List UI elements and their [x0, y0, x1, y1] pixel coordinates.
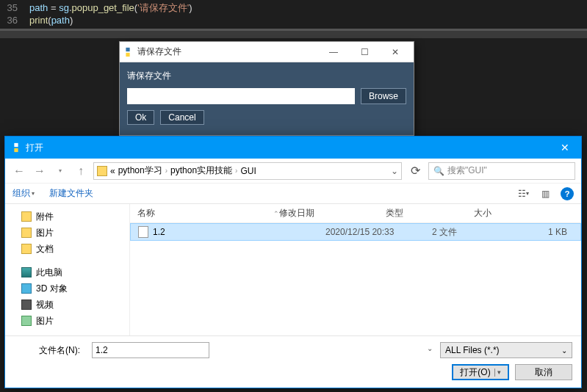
new-folder-button[interactable]: 新建文件夹: [49, 187, 93, 200]
close-button[interactable]: ✕: [380, 42, 411, 62]
refresh-button[interactable]: ⟳: [406, 162, 424, 180]
col-type[interactable]: 类型: [386, 207, 474, 219]
chevron-right-icon: ›: [235, 167, 237, 175]
tree-item-label: 此电脑: [36, 266, 62, 279]
tree-item[interactable]: 3D 对象: [8, 280, 126, 297]
nav-bar: ← → ▾ ↑ « python学习 › python实用技能 › GUI ⌄ …: [5, 159, 581, 184]
save-popup: 请保存文件 — ☐ ✕ 请保存文件 Browse Ok Cancel: [119, 41, 414, 136]
tree-item-label: 文档: [36, 243, 54, 255]
folder-icon: [21, 283, 32, 294]
toolbar: 组织▾ 新建文件夹 ☷ ▾ ▥ ?: [5, 184, 581, 204]
chevron-right-icon: ›: [165, 167, 168, 175]
table-row[interactable]: 1.22020/12/15 20:332 文件1 KB: [130, 223, 581, 241]
dialog-close-button[interactable]: ✕: [549, 137, 581, 159]
history-dropdown[interactable]: ▾: [52, 163, 68, 179]
organize-button[interactable]: 组织▾: [12, 187, 35, 200]
dialog-title: 打开: [26, 142, 549, 154]
folder-icon: [21, 244, 32, 254]
file-type-filter[interactable]: ALL Files (*.*)⌄: [440, 342, 572, 358]
bc-part[interactable]: python学习: [118, 164, 162, 177]
col-size[interactable]: 大小: [474, 207, 581, 219]
filename-label: 文件名(N):: [14, 344, 87, 357]
dialog-footer: 文件名(N): ⌄ ALL Files (*.*)⌄ 打开(O) │▾ 取消: [5, 335, 581, 388]
search-icon: 🔍: [433, 166, 444, 176]
open-button[interactable]: 打开(O) │▾: [452, 364, 509, 380]
tree-item[interactable]: 图片: [8, 225, 126, 241]
folder-tree[interactable]: 附件图片文档 此电脑3D 对象视频图片: [5, 204, 130, 335]
tree-item-label: 图片: [36, 315, 54, 327]
search-input[interactable]: 🔍 搜索"GUI": [428, 162, 575, 180]
tree-item-label: 图片: [36, 227, 54, 239]
back-button[interactable]: ←: [11, 163, 27, 179]
search-placeholder: 搜索"GUI": [447, 164, 487, 177]
folder-icon: [21, 300, 32, 310]
ok-button[interactable]: Ok: [127, 110, 154, 125]
tree-item[interactable]: 视频: [8, 297, 126, 313]
dialog-titlebar[interactable]: 打开 ✕: [5, 137, 581, 159]
popup-message: 请保存文件: [127, 70, 406, 82]
list-header[interactable]: 名称 ⌃ 修改日期 类型 大小: [130, 204, 581, 223]
breadcrumb-dropdown[interactable]: ⌄: [391, 166, 398, 176]
popup-title-text: 请保存文件: [137, 46, 318, 58]
breadcrumb[interactable]: « python学习 › python实用技能 › GUI ⌄: [93, 162, 402, 180]
folder-icon: [21, 267, 32, 277]
view-mode-button[interactable]: ☷ ▾: [514, 186, 533, 201]
filename-dropdown-icon[interactable]: ⌄: [427, 344, 433, 352]
filename-input[interactable]: [92, 342, 209, 358]
folder-icon: [97, 166, 107, 176]
bc-part[interactable]: python实用技能: [170, 164, 232, 177]
tree-item[interactable]: 文档: [8, 241, 126, 257]
file-open-dialog: 打开 ✕ ← → ▾ ↑ « python学习 › python实用技能 › G…: [4, 136, 582, 388]
file-list: 名称 ⌃ 修改日期 类型 大小 1.22020/12/15 20:332 文件1…: [130, 204, 581, 335]
forward-button[interactable]: →: [32, 163, 48, 179]
folder-icon: [21, 316, 32, 326]
tree-item[interactable]: 图片: [8, 313, 126, 329]
python-icon: [11, 142, 21, 153]
maximize-button[interactable]: ☐: [349, 42, 380, 62]
folder-icon: [21, 211, 32, 222]
minimize-button[interactable]: —: [318, 42, 349, 62]
tree-item-label: 视频: [36, 299, 54, 311]
file-icon: [138, 226, 148, 238]
tree-item[interactable]: 附件: [8, 208, 126, 225]
popup-path-input[interactable]: [127, 88, 355, 104]
bc-part[interactable]: GUI: [240, 166, 256, 176]
folder-icon: [21, 228, 32, 238]
help-button[interactable]: ?: [561, 187, 574, 200]
popup-titlebar[interactable]: 请保存文件 — ☐ ✕: [120, 42, 414, 62]
code-editor: 35path = sg.popup_get_file('请保存文件')36pri…: [0, 0, 587, 44]
sort-indicator-icon: ⌃: [273, 210, 279, 217]
cancel-button[interactable]: Cancel: [160, 110, 204, 125]
preview-pane-button[interactable]: ▥: [536, 186, 555, 201]
python-icon: [123, 47, 133, 57]
dialog-cancel-button[interactable]: 取消: [515, 364, 572, 380]
up-button[interactable]: ↑: [73, 163, 89, 179]
tree-item-label: 附件: [36, 211, 54, 223]
bc-prefix: «: [110, 166, 115, 176]
browse-button[interactable]: Browse: [361, 88, 406, 104]
tree-item[interactable]: 此电脑: [8, 264, 126, 280]
col-date[interactable]: 修改日期: [279, 207, 386, 219]
tree-item-label: 3D 对象: [36, 283, 68, 295]
